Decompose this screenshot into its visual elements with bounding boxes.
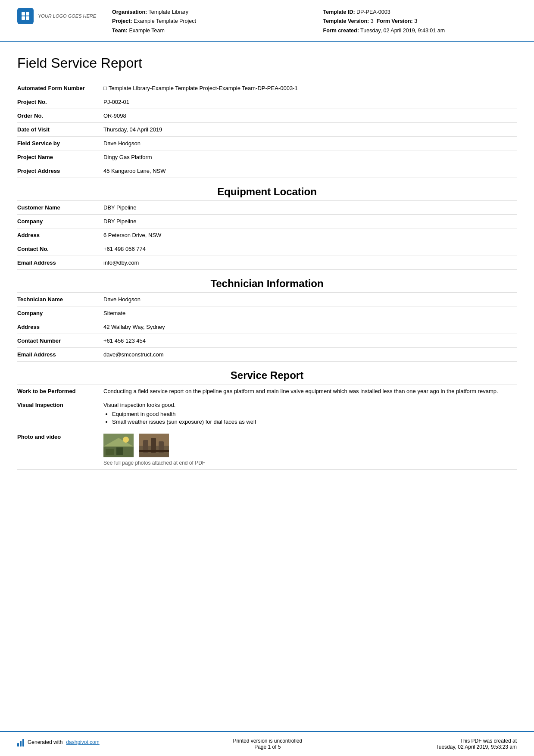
project-no-value: PJ-002-01 [103, 95, 517, 109]
company-value: DBY Pipeline [103, 214, 517, 228]
table-row: Email Address info@dby.com [17, 256, 517, 269]
customer-name-label: Customer Name [17, 201, 103, 215]
visual-inspection-label: Visual Inspection [17, 398, 103, 430]
project-address-value: 45 Kangaroo Lane, NSW [103, 164, 517, 178]
project-line: Project: Example Template Project [112, 17, 306, 26]
table-row: Address 42 Wallaby Way, Sydney [17, 320, 517, 334]
tech-company-label: Company [17, 306, 103, 320]
technician-name-value: Dave Hodgson [103, 293, 517, 306]
bar-icon-3 [22, 739, 24, 747]
version-line: Template Version: 3 Form Version: 3 [323, 17, 517, 26]
page: YOUR LOGO GOES HERE Organisation: Templa… [0, 0, 534, 756]
photo-note: See full page photos attached at end of … [103, 460, 512, 466]
order-no-value: OR-9098 [103, 109, 517, 122]
form-info-table: Automated Form Number □Template Library-… [17, 81, 517, 178]
photo-thumbnail-1 [103, 434, 134, 457]
technician-information-heading: Technician Information [17, 270, 517, 293]
project-no-label: Project No. [17, 95, 103, 109]
table-row: Customer Name DBY Pipeline [17, 201, 517, 215]
photo-label: Photo and video [17, 430, 103, 469]
photo-thumb-svg-2 [139, 434, 169, 457]
bar-icon-1 [17, 743, 19, 747]
dashpivot-icon [17, 738, 24, 747]
page-of-text: Page 1 of 5 [233, 744, 302, 750]
header-meta-left: Organisation: Template Library Project: … [112, 8, 306, 35]
service-report-heading: Service Report [17, 362, 517, 384]
table-row: Automated Form Number □Template Library-… [17, 81, 517, 95]
field-service-by-value: Dave Hodgson [103, 136, 517, 150]
project-address-label: Project Address [17, 164, 103, 178]
header: YOUR LOGO GOES HERE Organisation: Templa… [0, 0, 534, 42]
table-row: Company DBY Pipeline [17, 214, 517, 228]
list-item: Equipment in good health [112, 411, 512, 417]
equipment-location-heading: Equipment Location [17, 178, 517, 201]
table-row: Contact Number +61 456 123 454 [17, 334, 517, 347]
table-row: Address 6 Peterson Drive, NSW [17, 228, 517, 242]
photo-cell: See full page photos attached at end of … [103, 430, 517, 469]
table-row: Work to be Performed Conducting a field … [17, 384, 517, 398]
contact-number-value: +61 456 123 454 [103, 334, 517, 347]
work-label: Work to be Performed [17, 384, 103, 398]
work-value: Conducting a field service report on the… [103, 384, 517, 398]
address-label: Address [17, 228, 103, 242]
photo-thumbnail-2 [139, 434, 169, 457]
form-created-line: Form created: Tuesday, 02 April 2019, 9:… [323, 26, 517, 35]
automated-form-number-label: Automated Form Number [17, 81, 103, 95]
visual-inspection-cell: Visual inspection looks good. Equipment … [103, 398, 517, 430]
table-row: Technician Name Dave Hodgson [17, 293, 517, 306]
customer-name-value: DBY Pipeline [103, 201, 517, 215]
table-row: Order No. OR-9098 [17, 109, 517, 122]
company-label: Company [17, 214, 103, 228]
contact-number-label: Contact Number [17, 334, 103, 347]
logo-area: YOUR LOGO GOES HERE [17, 8, 103, 24]
generated-with-text: Generated with [28, 739, 62, 745]
table-row: Company Sitemate [17, 306, 517, 320]
visual-inspection-list: Equipment in good health Small weather i… [112, 411, 512, 425]
dashpivot-link[interactable]: dashpivot.com [66, 739, 99, 745]
tech-address-value: 42 Wallaby Way, Sydney [103, 320, 517, 334]
footer-right: This PDF was created at Tuesday, 02 Apri… [436, 738, 517, 750]
order-no-label: Order No. [17, 109, 103, 122]
logo-svg [20, 11, 31, 21]
project-name-value: Dingy Gas Platform [103, 150, 517, 164]
address-value: 6 Peterson Drive, NSW [103, 228, 517, 242]
header-meta-right: Template ID: DP-PEA-0003 Template Versio… [323, 8, 517, 35]
list-item: Small weather issues (sun exposure) for … [112, 419, 512, 425]
svg-rect-9 [116, 447, 123, 455]
page-title: Field Service Report [17, 55, 517, 71]
main-content: Field Service Report Automated Form Numb… [0, 42, 534, 731]
table-row: Field Service by Dave Hodgson [17, 136, 517, 150]
table-row: Photo and video [17, 430, 517, 469]
technician-name-label: Technician Name [17, 293, 103, 306]
equipment-location-table: Customer Name DBY Pipeline Company DBY P… [17, 201, 517, 270]
bar-icon-2 [20, 741, 22, 747]
contact-no-label: Contact No. [17, 242, 103, 256]
tech-address-label: Address [17, 320, 103, 334]
table-row: Project Address 45 Kangaroo Lane, NSW [17, 164, 517, 178]
svg-rect-1 [26, 12, 29, 16]
logo-icon [17, 8, 34, 24]
photo-thumb-svg-1 [103, 434, 134, 457]
contact-no-value: +61 498 056 774 [103, 242, 517, 256]
automated-form-number-value: □Template Library-Example Template Proje… [103, 81, 517, 95]
pdf-created-prefix: This PDF was created at [436, 738, 517, 744]
tech-email-value: dave@smconstruct.com [103, 347, 517, 361]
service-report-table: Work to be Performed Conducting a field … [17, 384, 517, 470]
table-row: Visual Inspection Visual inspection look… [17, 398, 517, 430]
printed-version-text: Printed version is uncontrolled [233, 738, 302, 744]
table-row: Project No. PJ-002-01 [17, 95, 517, 109]
svg-rect-8 [106, 449, 114, 455]
date-of-visit-label: Date of Visit [17, 122, 103, 136]
table-row: Email Address dave@smconstruct.com [17, 347, 517, 361]
org-line: Organisation: Template Library [112, 8, 306, 17]
automated-form-symbol: □ [103, 85, 107, 91]
footer: Generated with dashpivot.com Printed ver… [0, 731, 534, 756]
svg-rect-0 [22, 12, 25, 16]
tech-email-label: Email Address [17, 347, 103, 361]
tech-company-value: Sitemate [103, 306, 517, 320]
header-meta: Organisation: Template Library Project: … [112, 8, 517, 35]
field-service-by-label: Field Service by [17, 136, 103, 150]
footer-left: Generated with dashpivot.com [17, 738, 100, 747]
pdf-created-value: Tuesday, 02 April 2019, 9:53:23 am [436, 744, 517, 750]
team-line: Team: Example Team [112, 26, 306, 35]
